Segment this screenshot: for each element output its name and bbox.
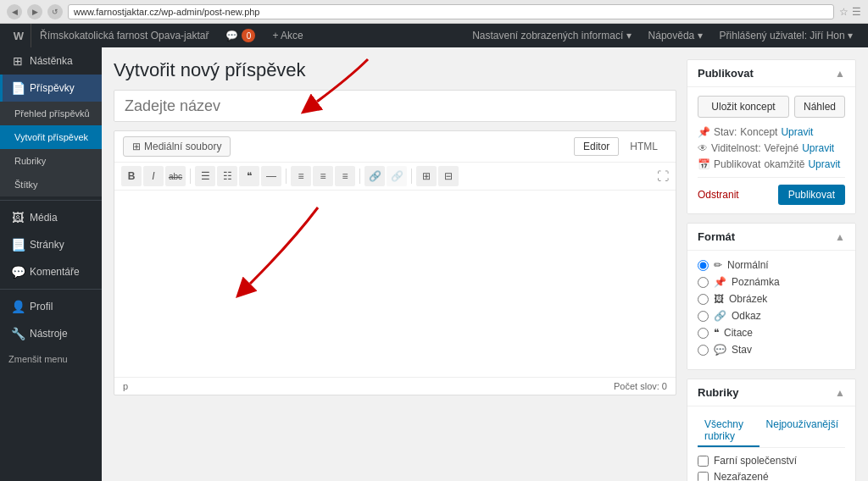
sidebar-item-profil[interactable]: 👤 Profil	[0, 293, 102, 320]
wp-logo-icon: W	[14, 30, 24, 42]
publish-time: 📅 Publikovat okamžitě Upravit	[698, 158, 845, 170]
format-radio-obrazek[interactable]	[698, 294, 709, 305]
admin-bar-comments[interactable]: 💬 0	[217, 24, 264, 47]
toolbar-unlink[interactable]: 🔗	[387, 166, 407, 186]
status-label: Stav:	[714, 126, 737, 138]
rubriky-toggle-icon: ▲	[835, 387, 845, 399]
stranky-label: Stránky	[30, 239, 64, 251]
rubriky-metabox-header[interactable]: Rubriky ▲	[687, 379, 855, 406]
toolbar-ol[interactable]: ☷	[217, 166, 237, 186]
rubriky-item-0: Farní společenství	[698, 455, 845, 467]
format-label-poznamka: Poznámka	[732, 276, 780, 288]
menu-icon[interactable]: ☰	[852, 6, 861, 18]
delete-label: Odstranit	[698, 189, 739, 201]
sidebar-collapse[interactable]: Zmenšit menu	[0, 347, 102, 371]
status-edit[interactable]: Upravit	[781, 126, 813, 138]
save-draft-button[interactable]: Uložit koncept	[698, 96, 789, 118]
format-radio-odkaz[interactable]	[698, 311, 709, 322]
admin-bar-new[interactable]: + Akce	[264, 24, 311, 47]
comments-badge: 0	[242, 29, 255, 42]
format-toggle-icon: ▲	[835, 231, 845, 243]
wp-logo[interactable]: W	[7, 24, 31, 47]
format-label-stav: Stav	[732, 344, 752, 356]
forward-button[interactable]: ▶	[27, 4, 42, 19]
main-layout: ⊞ Nástěnka 📄 Příspěvky Přehled příspěvků…	[0, 47, 868, 481]
rubriky-checkbox-0[interactable]	[698, 456, 709, 467]
toolbar-table1[interactable]: ⊞	[416, 166, 437, 186]
publish-time-edit[interactable]: Upravit	[808, 158, 840, 170]
sidebar-item-rubriky[interactable]: Rubriky	[0, 149, 102, 173]
media-icon: 🖼	[11, 211, 25, 224]
toolbar-bold[interactable]: B	[121, 166, 142, 186]
sidebar-item-prehled[interactable]: Přehled příspěvků	[0, 102, 102, 125]
sidebar-item-media[interactable]: 🖼 Média	[0, 204, 102, 231]
toolbar-align-left[interactable]: ≡	[291, 166, 311, 186]
sidebar-item-nastenska[interactable]: ⊞ Nástěnka	[0, 47, 102, 75]
sidebar-item-prispevky[interactable]: 📄 Příspěvky	[0, 75, 102, 102]
rubriky-title: Rubriky	[698, 386, 738, 399]
save-draft-label: Uložit koncept	[711, 101, 775, 113]
komentare-label: Komentáře	[30, 266, 80, 278]
sidebar-item-stranky[interactable]: 📃 Stránky	[0, 231, 102, 258]
toolbar-sep-2	[286, 169, 287, 184]
toolbar-fullscreen[interactable]: ⛶	[657, 169, 669, 183]
toolbar-link[interactable]: 🔗	[364, 166, 385, 186]
editor-top-bar: ⊞ Mediální soubory Editor HTML	[114, 131, 676, 163]
collapse-label: Zmenšit menu	[8, 354, 68, 364]
toolbar-hr[interactable]: —	[261, 166, 281, 186]
editor-body[interactable]	[114, 191, 676, 377]
publish-metabox-header[interactable]: Publikovat ▲	[687, 60, 855, 87]
format-radio-normalni[interactable]	[698, 260, 709, 271]
sidebar-item-nastroje[interactable]: 🔧 Nástroje	[0, 320, 102, 347]
format-radio-poznamka[interactable]	[698, 277, 709, 288]
format-icon-odkaz: 🔗	[714, 310, 726, 322]
media-label: Média	[30, 212, 58, 224]
admin-bar-help[interactable]: Nápověda ▾	[640, 24, 711, 47]
wp-admin-bar: W Římskokatolická farnost Opava-jaktař 💬…	[0, 24, 868, 47]
toolbar-blockquote[interactable]: ❝	[239, 166, 259, 186]
editor-tab-html[interactable]: HTML	[620, 137, 667, 156]
format-option-stav: 💬 Stav	[698, 344, 845, 356]
comments-icon: 💬	[225, 30, 238, 41]
rubriky-checkbox-1[interactable]	[698, 472, 709, 482]
format-option-odkaz: 🔗 Odkaz	[698, 310, 845, 322]
format-radio-citace[interactable]	[698, 328, 709, 339]
toolbar-italic[interactable]: I	[143, 166, 164, 186]
format-option-normalni: ✏ Normální	[698, 259, 845, 271]
toolbar-ul[interactable]: ☰	[195, 166, 215, 186]
format-radio-stav[interactable]	[698, 345, 709, 356]
publish-button[interactable]: Publikovat	[778, 185, 845, 205]
visibility-edit[interactable]: Upravit	[802, 142, 834, 154]
rubriky-tab-popular[interactable]: Nejpoužívanější	[760, 415, 845, 447]
visibility-value: Veřejné	[764, 142, 798, 154]
delete-button[interactable]: Odstranit	[698, 189, 739, 201]
star-icon[interactable]: ☆	[839, 6, 849, 18]
url-bar[interactable]: www.farnostjaktar.cz/wp-admin/post-new.p…	[68, 4, 834, 19]
nastroje-icon: 🔧	[11, 327, 25, 340]
rubriky-tab-all[interactable]: Všechny rubriky	[698, 415, 760, 447]
publish-visibility: 👁 Viditelnost: Veřejné Upravit	[698, 142, 845, 154]
refresh-button[interactable]: ↺	[47, 4, 63, 19]
rubriky-metabox-body: Všechny rubriky Nejpoužívanější Farní sp…	[687, 406, 855, 481]
publish-title: Publikovat	[698, 67, 754, 80]
toolbar-sep-1	[190, 169, 191, 184]
back-button[interactable]: ◀	[7, 4, 22, 19]
toolbar-abc[interactable]: abc	[165, 166, 186, 186]
sidebar-item-stitky[interactable]: Štítky	[0, 173, 102, 196]
admin-bar-user[interactable]: Přihlášený uživatel: Jiří Hon ▾	[711, 24, 861, 47]
toolbar-table2[interactable]: ⊟	[438, 166, 459, 186]
admin-bar-site[interactable]: Římskokatolická farnost Opava-jaktař	[31, 24, 217, 47]
sidebar-item-komentare[interactable]: 💬 Komentáře	[0, 258, 102, 285]
toolbar-align-right[interactable]: ≡	[335, 166, 355, 186]
post-title-input[interactable]	[114, 90, 676, 122]
toolbar-align-center[interactable]: ≡	[313, 166, 333, 186]
format-metabox-header[interactable]: Formát ▲	[687, 224, 855, 251]
format-title: Formát	[698, 230, 735, 243]
format-icon-citace: ❝	[714, 327, 719, 339]
editor-tab-visual[interactable]: Editor	[574, 137, 619, 156]
format-metabox-body: ✏ Normální 📌 Poznámka 🖼 Obrázek 🔗 Odkaz …	[687, 251, 855, 369]
admin-bar-settings[interactable]: Nastavení zobrazených informací ▾	[464, 24, 639, 47]
preview-button[interactable]: Náhled	[794, 96, 845, 118]
sidebar-item-vytvorit[interactable]: Vytvořit příspěvek	[0, 125, 102, 149]
media-files-button[interactable]: ⊞ Mediální soubory	[123, 136, 231, 157]
